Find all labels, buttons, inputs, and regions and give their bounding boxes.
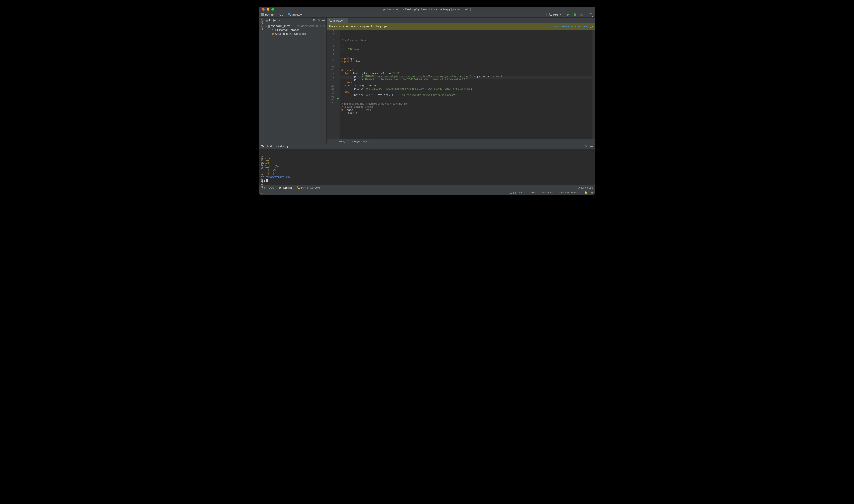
terminal-header: Terminal: Local× + ✿ — (259, 144, 595, 149)
ide-status-icon[interactable]: 🔒 (584, 191, 588, 194)
editor-tabs: intro.py × (327, 18, 595, 23)
hide-icon[interactable]: — (322, 19, 325, 22)
status-bar: ▢ 17:54 LF ⌄ UTF-8 ⌄ 4 spaces ⌄ <No inte… (259, 190, 595, 195)
ide-window: pycharm_intro [~/Desktop/pycharm_intro] … (259, 7, 595, 195)
terminal-output: \ ^__^ \ (oo)\_______ (__)\ )\/\ ||----w… (261, 158, 281, 175)
breadcrumb-project[interactable]: pycharm_intro (265, 13, 283, 16)
line-separator[interactable]: LF ⌄ (519, 191, 526, 194)
navigation-bar: pycharm_intro 〉 intro.py intro ▼ (259, 12, 595, 18)
cursor-position[interactable]: 17:54 (510, 191, 516, 194)
terminal-title: Terminal: (261, 145, 272, 148)
python-icon (549, 13, 552, 16)
sidebar-title: Project (269, 19, 278, 22)
project-tool-button[interactable]: 1: Project (260, 19, 263, 30)
editor-breadcrumb[interactable]: main() 〉 if len(sys.argv) != 2 (327, 139, 595, 144)
memory-indicator-icon[interactable]: ⊟ (591, 191, 593, 194)
terminal-settings-icon[interactable]: ✿ (584, 145, 587, 148)
chevron-down-icon: ▼ (560, 14, 562, 16)
interpreter-status[interactable]: <No interpreter> ⌄ (559, 191, 581, 194)
run-config-label: intro (553, 13, 558, 16)
close-terminal-tab-icon[interactable]: × (283, 145, 284, 148)
maximize-window-button[interactable] (271, 8, 274, 11)
titlebar: pycharm_intro [~/Desktop/pycharm_intro] … (259, 7, 595, 12)
code-editor[interactable]: #!/usr/bin/env python3 """ CS106AP Intro… (340, 30, 592, 139)
close-window-button[interactable] (262, 8, 265, 11)
search-icon (589, 13, 592, 16)
inspection-ok-icon: ✓ (592, 31, 594, 34)
library-icon: ⫾⫾⫾ (272, 28, 276, 32)
terminal-tool-button[interactable]: ▣Terminal (279, 186, 292, 189)
code-content: #!/usr/bin/env python3 """ CS106AP Intro… (341, 39, 591, 114)
terminal-divider (261, 154, 316, 154)
breadcrumb-file[interactable]: intro.py (292, 13, 302, 16)
settings-icon[interactable]: ✿ (317, 19, 320, 22)
run-button[interactable] (566, 13, 570, 17)
collapse-icon[interactable]: ⇵ (312, 19, 316, 22)
interpreter-warning-banner: No Python interpreter configured for the… (327, 23, 595, 30)
status-quick-access-icon[interactable]: ▢ (261, 191, 263, 194)
python-icon (297, 186, 300, 189)
tree-scratches[interactable]: ⧉ Scratches and Consoles (264, 32, 326, 36)
stop-button[interactable] (580, 13, 584, 17)
gear-icon (590, 25, 593, 28)
terminal-cwd: ~/Desktop/pycharm_intro (261, 176, 291, 178)
play-icon (567, 14, 569, 16)
python-file-icon (328, 19, 332, 22)
folder-icon (268, 25, 269, 28)
folder-icon (261, 13, 264, 16)
event-log-button[interactable]: ◔Event Log (577, 186, 593, 189)
line-number-gutter[interactable]: 1234567891011121314151617181920212223242… (327, 30, 337, 139)
file-encoding[interactable]: UTF-8 ⌄ (529, 191, 539, 194)
terminal-hide-icon[interactable]: — (590, 145, 593, 148)
editor-area: intro.py × No Python interpreter configu… (327, 18, 595, 195)
terminal-tab[interactable]: Local× (275, 145, 284, 148)
tree-root[interactable]: ▸ pycharm_intro ~/Desktop/pycharm_intro (264, 24, 326, 28)
run-gutter[interactable] (337, 30, 340, 139)
window-title: pycharm_intro [~/Desktop/pycharm_intro] … (259, 7, 595, 11)
new-terminal-tab-button[interactable]: + (286, 145, 288, 149)
tree-external-libraries[interactable]: ▸⫾⫾⫾ External Libraries (264, 28, 326, 32)
search-everywhere-button[interactable] (589, 13, 593, 17)
terminal-panel[interactable]: \ ^__^ \ (oo)\_______ (__)\ )\/\ ||----w… (259, 149, 595, 185)
locate-icon[interactable]: ⊙ (307, 19, 311, 22)
indent-setting[interactable]: 4 spaces ⌄ (542, 191, 556, 194)
project-tree[interactable]: ▸ pycharm_intro ~/Desktop/pycharm_intro … (264, 23, 326, 37)
python-file-icon (288, 13, 291, 16)
stop-icon (581, 14, 583, 16)
error-stripe[interactable]: ✓ (592, 30, 595, 139)
run-config-selector[interactable]: intro ▼ (546, 13, 564, 17)
editor-tab[interactable]: intro.py × (327, 18, 348, 23)
run-line-marker-icon[interactable] (337, 98, 339, 100)
scratch-icon: ⧉ (272, 32, 274, 35)
favorites-tool-button[interactable]: 2: Favorites (260, 174, 263, 188)
python-console-tool-button[interactable]: Python Console (297, 186, 320, 190)
terminal-cursor (266, 179, 268, 182)
bug-icon (573, 13, 576, 16)
configure-interpreter-link[interactable]: Configure Python interpreter (552, 25, 593, 28)
close-tab-icon[interactable]: × (344, 19, 345, 22)
minimize-window-button[interactable] (267, 8, 269, 11)
structure-tool-button[interactable]: 7: Structure (260, 156, 263, 169)
bottom-tool-tabs: ≣6: TODO ▣Terminal Python Console ◔Event… (259, 185, 595, 190)
warning-message: No Python interpreter configured for the… (329, 25, 389, 28)
debug-button[interactable] (573, 13, 577, 17)
